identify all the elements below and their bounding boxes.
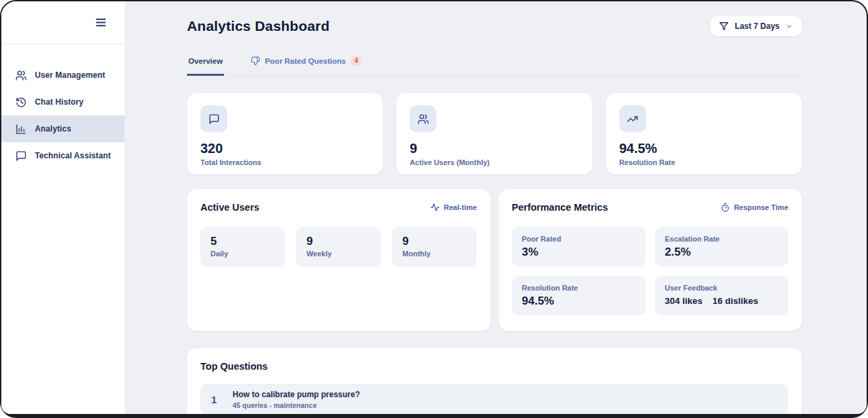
active-users-grid: 5 Daily 9 Weekly 9 Monthly (200, 227, 477, 267)
likes-count: 304 likes (665, 296, 702, 306)
stat-card-total-interactions: 320 Total Interactions (187, 93, 383, 174)
metric-resolution-rate: Resolution Rate 94.5% (512, 276, 645, 315)
timer-icon (721, 203, 730, 212)
panel-header: Active Users Real-time (200, 202, 477, 213)
sidebar-item-technical-assistant[interactable]: Technical Assistant (1, 142, 125, 169)
dislikes-count: 16 dislikes (712, 296, 758, 306)
stat-cards-row: 320 Total Interactions 9 Active Users (M… (187, 93, 802, 174)
sidebar-item-label: Analytics (35, 124, 71, 134)
stat-label: Resolution Rate (619, 158, 788, 166)
tab-poor-rated-questions[interactable]: Poor Rated Questions 4 (249, 55, 363, 76)
stat-card-resolution-rate: 94.5% Resolution Rate (606, 93, 802, 174)
list-item[interactable]: 1 How to calibrate pump pressure? 45 que… (200, 384, 788, 414)
chevron-down-icon (786, 23, 793, 30)
date-filter-button[interactable]: Last 7 Days (710, 16, 802, 36)
sidebar-item-chat-history[interactable]: Chat History (1, 89, 125, 115)
sub-value: 9 (306, 235, 371, 248)
active-users-monthly: 9 Monthly (392, 227, 477, 267)
tab-badge: 4 (351, 55, 362, 66)
sidebar: User Management Chat History Analytics (1, 1, 125, 414)
active-users-daily: 5 Daily (200, 227, 285, 267)
stat-card-active-users: 9 Active Users (Monthly) (396, 93, 592, 174)
sub-label: Weekly (306, 250, 371, 258)
app-window: User Management Chat History Analytics (0, 0, 868, 418)
panels-row: Active Users Real-time 5 Daily (187, 189, 802, 331)
sidebar-item-label: Technical Assistant (35, 151, 111, 160)
question-meta: 45 queries - maintenance (233, 401, 360, 409)
stat-label: Active Users (Monthly) (410, 158, 578, 166)
stat-value: 94.5% (619, 141, 788, 156)
active-users-weekly: 9 Weekly (296, 227, 381, 267)
panel-header: Performance Metrics Response Time (512, 202, 789, 213)
stat-label: Total Interactions (200, 158, 369, 166)
metric-value: 3% (522, 246, 635, 259)
metric-label: Escalation Rate (665, 235, 778, 243)
stat-value: 9 (410, 141, 578, 156)
metric-user-feedback: User Feedback 304 likes 16 dislikes (655, 276, 788, 315)
app-surface: User Management Chat History Analytics (1, 1, 867, 414)
sub-label: Daily (210, 250, 275, 258)
sidebar-item-label: User Management (35, 70, 105, 80)
panel-title: Active Users (200, 202, 259, 213)
message-icon (200, 105, 227, 132)
metric-label: Resolution Rate (522, 284, 635, 292)
performance-grid: Poor Rated 3% Escalation Rate 2.5% Resol… (512, 227, 789, 315)
panel-title: Top Questions (200, 361, 788, 372)
funnel-icon (719, 21, 729, 31)
feedback-values: 304 likes 16 dislikes (665, 296, 778, 306)
users-icon (15, 70, 27, 81)
page-title: Analytics Dashboard (187, 18, 330, 34)
metric-poor-rated: Poor Rated 3% (512, 227, 645, 266)
users-icon (410, 105, 436, 132)
active-users-panel: Active Users Real-time 5 Daily (187, 189, 491, 331)
panel-title: Performance Metrics (512, 202, 608, 213)
sidebar-header (1, 1, 125, 44)
metric-value: 2.5% (665, 246, 778, 259)
rank-number: 1 (211, 394, 218, 405)
tab-label: Overview (188, 57, 223, 65)
metric-label: Poor Rated (522, 235, 635, 243)
sidebar-item-label: Chat History (35, 97, 84, 107)
tag-label: Real-time (444, 203, 477, 211)
stat-value: 320 (200, 141, 369, 156)
metric-escalation-rate: Escalation Rate 2.5% (655, 227, 788, 266)
performance-metrics-panel: Performance Metrics Response Time Poor R… (499, 189, 802, 331)
main-header: Analytics Dashboard Last 7 Days (187, 16, 802, 36)
tab-bar: Overview Poor Rated Questions 4 (187, 55, 802, 76)
activity-icon (430, 203, 440, 212)
sub-value: 9 (402, 235, 467, 248)
sub-label: Monthly (402, 250, 467, 258)
history-icon (15, 97, 27, 108)
sidebar-nav: User Management Chat History Analytics (1, 44, 125, 169)
chat-icon (15, 150, 27, 162)
sidebar-item-analytics[interactable]: Analytics (1, 115, 125, 142)
trending-up-icon (619, 105, 646, 132)
main-content: Analytics Dashboard Last 7 Days Overview (125, 1, 867, 414)
response-time-tag: Response Time (721, 203, 788, 212)
sidebar-item-user-management[interactable]: User Management (1, 62, 125, 89)
thumbs-down-icon (251, 56, 260, 66)
sub-value: 5 (210, 235, 275, 248)
metric-label: User Feedback (665, 284, 778, 292)
tab-label: Poor Rated Questions (265, 57, 346, 65)
metric-value: 94.5% (522, 295, 635, 308)
tab-overview[interactable]: Overview (187, 55, 224, 76)
tag-label: Response Time (734, 203, 788, 211)
top-questions-panel: Top Questions 1 How to calibrate pump pr… (187, 348, 802, 414)
question-text: How to calibrate pump pressure? (233, 390, 360, 399)
hamburger-menu-icon[interactable] (95, 16, 107, 29)
question-text-block: How to calibrate pump pressure? 45 queri… (233, 390, 360, 409)
real-time-tag: Real-time (430, 203, 477, 212)
bar-chart-icon (15, 123, 27, 135)
date-filter-label: Last 7 Days (735, 21, 780, 31)
